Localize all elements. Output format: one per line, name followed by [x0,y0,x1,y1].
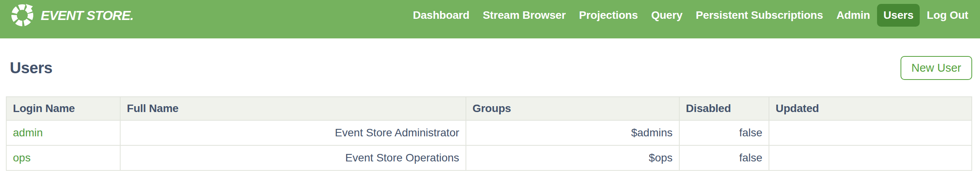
column-header-login-name: Login Name [6,97,120,120]
disabled-cell: false [679,145,769,170]
user-link-admin[interactable]: admin [13,127,43,139]
full-name-cell: Event Store Administrator [120,120,466,145]
new-user-button[interactable]: New User [901,56,972,80]
full-name-cell: Event Store Operations [120,145,466,170]
nav-item-stream-browser[interactable]: Stream Browser [476,4,572,27]
disabled-cell: false [679,120,769,145]
nav-item-projections[interactable]: Projections [573,4,644,27]
nav-item-users[interactable]: Users [877,4,920,27]
table-row: ops Event Store Operations $ops false [6,145,972,170]
users-table: Login Name Full Name Groups Disabled Upd… [6,96,972,171]
page-title: Users [10,59,52,77]
groups-cell: $admins [466,120,679,145]
groups-cell: $ops [466,145,679,170]
column-header-full-name: Full Name [120,97,466,120]
nav-item-persistent-subscriptions[interactable]: Persistent Subscriptions [689,4,829,27]
column-header-groups: Groups [466,97,679,120]
login-name-cell: ops [6,145,120,170]
table-header-row: Login Name Full Name Groups Disabled Upd… [6,97,972,120]
user-link-ops[interactable]: ops [13,152,31,164]
updated-cell [769,145,972,170]
main-content: Users New User Login Name Full Name Grou… [0,55,980,171]
top-navbar: EVENT STORE. Dashboard Stream Browser Pr… [0,0,980,38]
event-store-logo[interactable]: EVENT STORE. [9,2,134,28]
nav-item-query[interactable]: Query [645,4,689,27]
nav-item-dashboard[interactable]: Dashboard [406,4,475,27]
nav-links: Dashboard Stream Browser Projections Que… [406,4,975,27]
nav-item-admin[interactable]: Admin [830,4,876,27]
page-header: Users New User [6,55,972,81]
updated-cell [769,120,972,145]
column-header-updated: Updated [769,97,972,120]
login-name-cell: admin [6,120,120,145]
nav-item-log-out[interactable]: Log Out [920,4,975,27]
logo-text: EVENT STORE. [41,8,134,23]
column-header-disabled: Disabled [679,97,769,120]
table-row: admin Event Store Administrator $admins … [6,120,972,145]
event-store-logo-icon [9,2,35,28]
